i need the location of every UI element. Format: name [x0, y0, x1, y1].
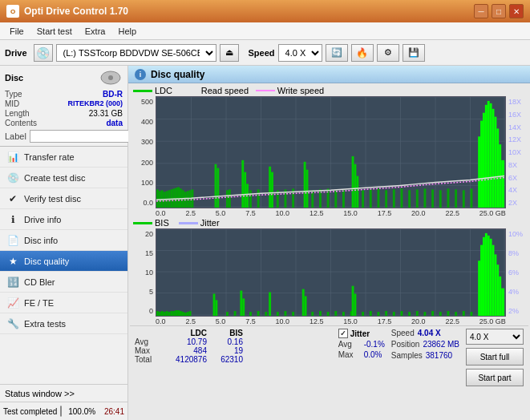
- svg-rect-39: [244, 172, 246, 208]
- svg-rect-115: [215, 300, 217, 316]
- refresh-button[interactable]: 🔄: [326, 44, 348, 62]
- jitter-checkbox[interactable]: ✓: [338, 329, 348, 338]
- svg-rect-112: [187, 312, 189, 316]
- minimize-button[interactable]: ─: [474, 4, 488, 18]
- nav-drive-info[interactable]: ℹ Drive info: [0, 209, 127, 230]
- ldc-bis-table: LDC BIS Avg 10.79 0.16 Max 484 19 Tota: [135, 329, 332, 364]
- disc-mid-label: MID: [5, 99, 19, 108]
- max-bis: 19: [207, 346, 243, 355]
- nav-cd-bler[interactable]: 🔢 CD Bler: [0, 272, 127, 293]
- save-button[interactable]: 💾: [403, 44, 425, 62]
- disc-info-icon: 📄: [6, 234, 19, 247]
- nav-extra-tests[interactable]: 🔧 Extra tests: [0, 313, 127, 334]
- svg-rect-132: [334, 311, 337, 316]
- jitter-avg-val: -0.1%: [364, 340, 385, 349]
- bis-color: [133, 222, 152, 224]
- settings-button[interactable]: ⚙: [377, 44, 399, 62]
- total-bis: 62310: [207, 355, 243, 364]
- svg-rect-122: [265, 312, 267, 316]
- status-window-button[interactable]: Status window >>: [0, 385, 127, 402]
- svg-rect-137: [362, 312, 364, 316]
- svg-rect-62: [393, 189, 395, 208]
- svg-rect-44: [271, 172, 273, 208]
- svg-rect-76: [485, 105, 488, 208]
- nav-transfer-rate-label: Transfer rate: [24, 152, 75, 162]
- nav-verify-test-disc[interactable]: ✔ Verify test disc: [0, 188, 127, 209]
- close-button[interactable]: ✕: [509, 4, 524, 18]
- legend-read-label: Read speed: [201, 86, 249, 95]
- eject-button[interactable]: ⏏: [220, 44, 239, 62]
- menu-help[interactable]: Help: [111, 25, 143, 38]
- svg-rect-36: [226, 190, 229, 208]
- svg-rect-72: [471, 188, 473, 208]
- nav-disc-quality[interactable]: ★ Disc quality: [0, 251, 127, 272]
- nav-fe-te[interactable]: 📈 FE / TE: [0, 293, 127, 313]
- toolbar: Drive 💿 (L:) TSSTcorp BDDVDW SE-506CB TS…: [0, 40, 530, 66]
- svg-rect-75: [483, 113, 485, 208]
- svg-rect-145: [424, 312, 427, 316]
- svg-rect-108: [177, 310, 180, 316]
- verify-test-disc-icon: ✔: [6, 192, 19, 205]
- chart1-svg: [156, 97, 505, 208]
- chart2-area: [156, 228, 506, 317]
- svg-rect-53: [334, 190, 337, 208]
- ldc-color: [133, 90, 152, 92]
- svg-rect-130: [319, 311, 322, 316]
- svg-rect-126: [292, 312, 294, 316]
- start-part-button[interactable]: Start part: [466, 369, 524, 386]
- panel-header-icon: i: [135, 69, 146, 80]
- svg-rect-37: [229, 189, 231, 208]
- start-full-button[interactable]: Start full: [466, 348, 524, 365]
- speed-row: Speed 4.04 X: [391, 329, 459, 337]
- svg-rect-131: [327, 312, 330, 316]
- legend-ldc-label: LDC: [155, 86, 172, 95]
- progress-pct: 100.0%: [65, 407, 95, 416]
- drive-icon-btn: 💿: [34, 44, 53, 62]
- svg-rect-57: [356, 176, 358, 208]
- svg-rect-43: [269, 167, 271, 208]
- nav-transfer-rate[interactable]: 📊 Transfer rate: [0, 147, 127, 168]
- ldc-header: LDC: [163, 329, 207, 337]
- svg-rect-67: [431, 189, 434, 208]
- legend-read: Read speed: [180, 86, 249, 95]
- disc-label-key: Label: [5, 131, 26, 141]
- disc-label-input[interactable]: [30, 130, 136, 143]
- maximize-button[interactable]: □: [492, 4, 506, 18]
- drive-select[interactable]: (L:) TSSTcorp BDDVDW SE-506CB TS02: [56, 44, 216, 62]
- menu-start-test[interactable]: Start test: [30, 25, 79, 38]
- stats-area: LDC BIS Avg 10.79 0.16 Max 484 19 Tota: [130, 325, 528, 389]
- disc-panel: Disc Type BD-R MID RITEKBR2 (000) Length…: [0, 66, 127, 147]
- svg-rect-69: [447, 188, 450, 208]
- burn-button[interactable]: 🔥: [351, 44, 374, 62]
- svg-rect-138: [370, 311, 372, 316]
- svg-rect-155: [485, 233, 488, 316]
- svg-rect-65: [416, 189, 419, 208]
- jitter-color: [179, 222, 198, 224]
- disc-length-row: Length 23.31 GB: [5, 109, 123, 118]
- avg-ldc: 10.79: [163, 337, 207, 346]
- svg-rect-79: [492, 109, 495, 208]
- stats-avg-row: Avg 10.79 0.16: [135, 337, 332, 346]
- chart1-y-right: 18X 16X 14X 12X 10X 8X 6X 4X 2X: [506, 96, 528, 208]
- svg-rect-78: [490, 103, 492, 208]
- speed-section: Speed 4.04 X Position 23862 MB Samples 3…: [391, 329, 459, 360]
- speed-select[interactable]: 4.0 X: [278, 44, 322, 62]
- legend-ldc: LDC: [133, 86, 172, 95]
- stats-headers: LDC BIS: [135, 329, 332, 337]
- drive-info-icon: ℹ: [6, 213, 19, 226]
- svg-rect-142: [401, 311, 403, 316]
- nav-create-test-disc[interactable]: 💿 Create test disc: [0, 168, 127, 188]
- speed-select-bottom[interactable]: 4.0 X: [466, 329, 524, 345]
- status-text: Test completed: [3, 407, 57, 416]
- svg-rect-135: [352, 286, 354, 316]
- svg-rect-118: [240, 291, 242, 316]
- svg-rect-70: [455, 189, 457, 208]
- position-value: 23862 MB: [423, 340, 459, 349]
- nav-disc-info[interactable]: 📄 Disc info: [0, 230, 127, 251]
- svg-rect-41: [249, 190, 252, 208]
- menu-file[interactable]: File: [3, 25, 30, 38]
- menu-extra[interactable]: Extra: [79, 25, 112, 38]
- chart2-wrapper: 20 15 10 5 0: [130, 228, 528, 317]
- avg-bis: 0.16: [207, 337, 243, 346]
- legend-bis-label: BIS: [155, 218, 169, 228]
